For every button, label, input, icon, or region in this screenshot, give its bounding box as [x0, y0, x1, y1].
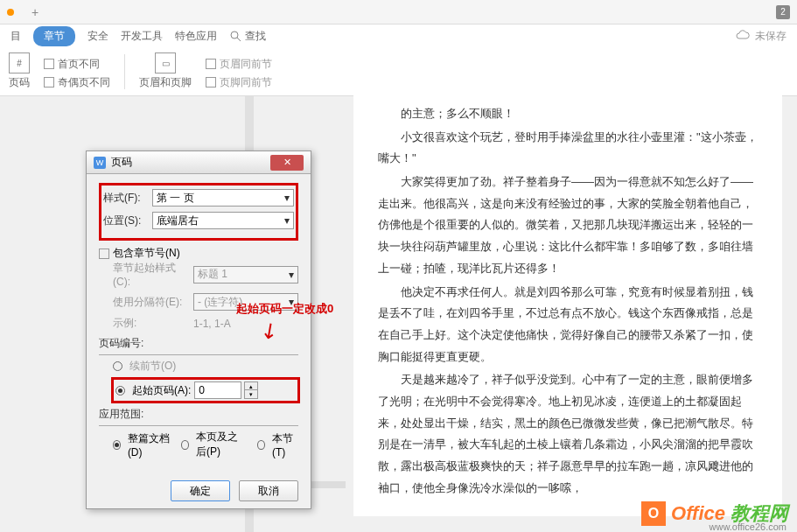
- ok-button[interactable]: 确定: [171, 480, 230, 501]
- page-number-label: 页码: [9, 75, 30, 90]
- paragraph: 小文很喜欢这个玩艺，登时用手捧澡盆里的水往小壶里灌："这小茶壶，嘴大！": [378, 127, 758, 170]
- checkbox-icon: [44, 77, 54, 88]
- start-at-label: 起始页码(A):: [132, 383, 191, 398]
- separator-line: [99, 425, 298, 426]
- ribbon-separator: [124, 54, 125, 89]
- dialog-titlebar[interactable]: W 页码 ✕: [87, 151, 311, 174]
- chapter-start-label: 章节起始样式(C):: [113, 261, 190, 288]
- annotation-text: 起始页码一定改成0: [236, 301, 333, 317]
- range-options: 整篇文档(D) 本页及之后(P) 本节(T): [113, 430, 298, 459]
- dialog-icon: W: [94, 157, 106, 169]
- continue-label: 续前节(O): [129, 359, 176, 374]
- search-label: 查找: [245, 29, 266, 44]
- menu-item-features[interactable]: 特色应用: [175, 29, 217, 44]
- separator-line: [99, 354, 298, 355]
- checkbox-icon: [206, 77, 216, 88]
- new-tab-button[interactable]: +: [31, 5, 38, 19]
- radio-this-section[interactable]: [257, 440, 265, 450]
- search-icon: [229, 30, 241, 42]
- link-previous-checks: 页眉同前节 页脚同前节: [206, 53, 272, 90]
- spinner[interactable]: ▴▾: [244, 382, 258, 399]
- style-label: 样式(F):: [103, 191, 149, 206]
- spinner-down[interactable]: ▾: [245, 390, 257, 398]
- include-chapter-checkbox[interactable]: 包含章节号(N): [99, 246, 298, 261]
- menu-item-chapter[interactable]: 章节: [33, 26, 75, 46]
- cancel-button[interactable]: 取消: [239, 480, 298, 501]
- chapter-style-select: 标题 1: [193, 266, 298, 284]
- paragraph: 的主意；多么不顺眼！: [378, 103, 758, 125]
- paragraph: 他决定不再求任何人。就是刘四爷那么可靠，究竟有时候显着别扭，钱是丢不了哇，在刘四…: [378, 282, 758, 368]
- page-number-icon: #: [9, 52, 30, 74]
- check-odd-even-different[interactable]: 奇偶页不同: [44, 75, 110, 90]
- tab-indicator: [7, 9, 14, 16]
- highlight-box-top: 样式(F): 第 一 页 位置(S): 底端居右: [99, 183, 298, 241]
- cloud-icon: [736, 29, 750, 43]
- unsaved-label: 未保存: [755, 29, 787, 44]
- header-footer-icon: ▭: [155, 52, 176, 74]
- checkbox-icon: [99, 248, 109, 259]
- numbering-options: 续前节(O) 起始页码(A): 0 ▴▾: [113, 359, 298, 403]
- check-footer-link-previous[interactable]: 页脚同前节: [206, 75, 272, 90]
- watermark-logo-icon: O: [641, 501, 666, 526]
- menu-right: 未保存: [736, 29, 787, 44]
- watermark-url: www.office26.com: [710, 522, 787, 532]
- paragraph: 天是越来越冷了，祥子似乎没觉到。心中有了一定的主意，眼前便增多了光明；在光明中不…: [378, 369, 758, 499]
- highlight-box-start: 起始页码(A): 0 ▴▾: [111, 377, 300, 403]
- check-header-link-previous[interactable]: 页眉同前节: [206, 57, 272, 72]
- style-select[interactable]: 第 一 页: [152, 189, 294, 206]
- radio-from-page[interactable]: [181, 440, 189, 450]
- dialog-footer: 确定 取消: [87, 473, 311, 508]
- apply-range-label: 应用范围:: [99, 407, 298, 422]
- menu-search[interactable]: 查找: [229, 29, 266, 44]
- menu-bar: 目 章节 安全 开发工具 特色应用 查找 未保存: [0, 24, 797, 47]
- svg-line-1: [237, 38, 241, 41]
- check-first-page-different[interactable]: 首页不同: [44, 57, 110, 72]
- radio-start-at[interactable]: [115, 386, 125, 396]
- spinner-up[interactable]: ▴: [245, 382, 257, 390]
- page-number-button[interactable]: # 页码: [9, 52, 30, 90]
- close-button[interactable]: ✕: [270, 155, 304, 171]
- dialog-title-text: 页码: [111, 155, 132, 170]
- position-label: 位置(S):: [103, 214, 149, 228]
- menu-item-devtools[interactable]: 开发工具: [121, 29, 163, 44]
- menu-item-security[interactable]: 安全: [87, 29, 108, 44]
- svg-point-0: [231, 32, 238, 38]
- example-value: 1-1, 1-A: [193, 318, 231, 330]
- start-number-input[interactable]: 0: [194, 382, 241, 399]
- header-footer-label: 页眉和页脚: [139, 75, 192, 90]
- checkbox-icon: [206, 59, 216, 69]
- tab-bar: + 2: [0, 0, 797, 24]
- tab-badge[interactable]: 2: [776, 5, 790, 19]
- dialog-body: 样式(F): 第 一 页 位置(S): 底端居右 包含章节号(N) 章节起始样式…: [87, 174, 311, 473]
- document-page[interactable]: 的主意；多么不顺眼！ 小文很喜欢这个玩艺，登时用手捧澡盆里的水往小壶里灌："这小…: [353, 88, 782, 516]
- example-label: 示例:: [113, 316, 190, 331]
- checkbox-icon: [44, 59, 54, 69]
- header-footer-button[interactable]: ▭ 页眉和页脚: [139, 52, 192, 90]
- page-difference-checks: 首页不同 奇偶页不同: [44, 53, 110, 90]
- paragraph: 大家笑得更加了劲。祥子整着身子——因为一得意就不知怎么好了——走出来。他很高兴，…: [378, 172, 758, 279]
- menu-item-view[interactable]: 目: [10, 29, 21, 44]
- radio-whole-doc[interactable]: [113, 440, 121, 450]
- position-select[interactable]: 底端居右: [152, 212, 294, 229]
- radio-continue[interactable]: [113, 361, 122, 371]
- separator-label: 使用分隔符(E):: [113, 295, 190, 310]
